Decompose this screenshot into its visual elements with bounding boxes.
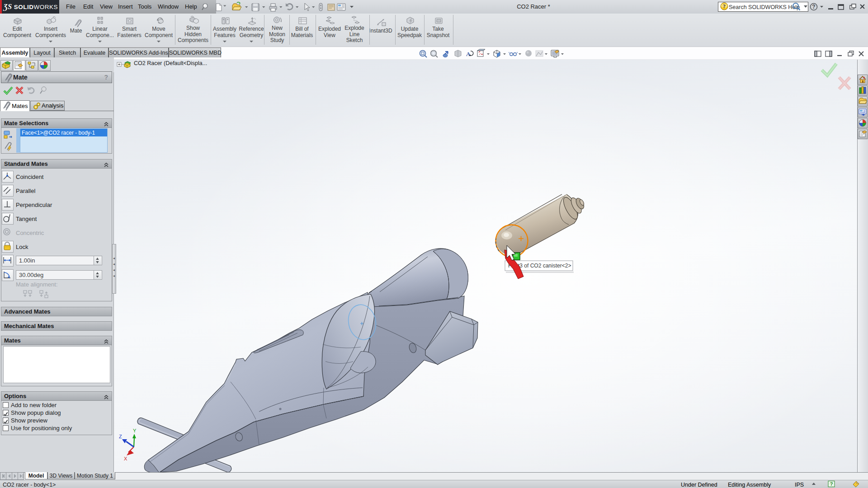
svg-text:?: ? — [723, 3, 726, 9]
svg-text:A: A — [466, 51, 471, 57]
svg-text:X: X — [124, 456, 127, 461]
svg-text:?: ? — [812, 4, 815, 10]
svg-text:Z: Z — [119, 434, 122, 439]
svg-text:Y: Y — [133, 428, 137, 433]
svg-text:?: ? — [830, 481, 833, 487]
